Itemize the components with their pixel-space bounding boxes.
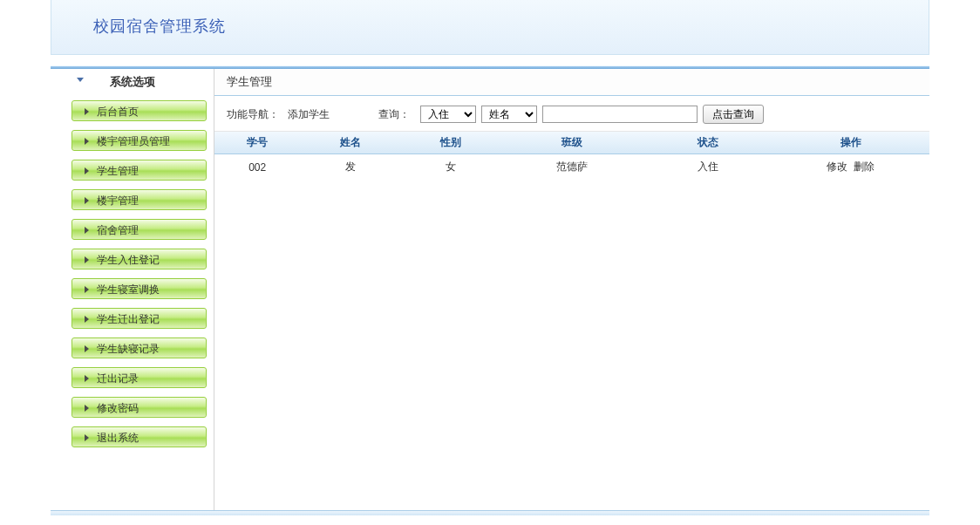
sidebar-menu: 后台首页 楼宇管理员管理 学生管理 楼宇管理 [51,95,214,447]
sidebar-item-checkout-log[interactable]: 迁出记录 [71,367,207,388]
table-header-row: 学号 姓名 性别 班级 状态 操作 [214,132,929,154]
toolbar: 功能导航： 添加学生 查询： 入住 姓名 点击查询 [214,96,929,132]
sidebar-item-label: 宿舍管理 [97,224,139,236]
cell-id: 002 [214,154,300,181]
sidebar-item-label: 迁出记录 [97,372,139,385]
sidebar-item-checkout[interactable]: 学生迁出登记 [71,308,207,329]
sidebar-title: 系统选项 [110,75,155,88]
body: 系统选项 后台首页 楼宇管理员管理 学生管理 [51,69,929,510]
chevron-right-icon [85,286,89,293]
chevron-down-icon [77,78,84,82]
sidebar-title-row[interactable]: 系统选项 [51,69,214,95]
col-ops: 操作 [772,132,929,154]
chevron-right-icon [85,227,89,234]
search-input[interactable] [542,106,698,123]
viewport: 校园宿舍管理系统 系统选项 后台首页 楼宇管理员管理 [0,0,980,525]
sidebar-item-label: 学生迁出登记 [97,313,160,325]
sidebar: 系统选项 后台首页 楼宇管理员管理 学生管理 [51,69,214,510]
col-name: 姓名 [300,132,400,154]
app-title: 校园宿舍管理系统 [93,17,226,35]
edit-link[interactable]: 修改 [827,160,847,173]
sidebar-item-building-admin[interactable]: 楼宇管理员管理 [71,130,207,151]
chevron-right-icon [85,434,89,441]
sidebar-item-checkin[interactable]: 学生入住登记 [71,249,207,269]
status-select[interactable]: 入住 [420,106,476,123]
chevron-right-icon [85,316,89,323]
sidebar-item-label: 学生缺寝记录 [97,343,160,355]
cell-class: 范德萨 [500,154,643,181]
header: 校园宿舍管理系统 [51,0,929,55]
sidebar-item-label: 学生入住登记 [97,254,160,266]
chevron-right-icon [85,256,89,263]
field-select[interactable]: 姓名 [481,106,537,123]
chevron-right-icon [85,108,89,115]
cell-name: 发 [300,154,400,181]
sidebar-item-label: 楼宇管理 [97,194,139,207]
sidebar-item-label: 楼宇管理员管理 [97,135,170,147]
content: 学生管理 功能导航： 添加学生 查询： 入住 姓名 点击查询 [214,69,929,510]
chevron-right-icon [85,405,89,412]
sidebar-item-label: 学生管理 [97,165,139,177]
col-id: 学号 [214,132,300,154]
sidebar-item-label: 后台首页 [97,106,139,118]
nav-label: 功能导航： [227,107,279,122]
cell-ops: 修改 删除 [772,154,929,181]
col-sex: 性别 [400,132,500,154]
add-student-link[interactable]: 添加学生 [288,107,330,122]
cell-status: 入住 [643,154,772,181]
sidebar-item-dorm-manage[interactable]: 宿舍管理 [71,219,207,240]
chevron-right-icon [85,167,89,174]
sidebar-item-label: 学生寝室调换 [97,283,160,296]
chevron-right-icon [85,375,89,382]
sidebar-item-student-manage[interactable]: 学生管理 [71,160,207,181]
chevron-right-icon [85,345,89,352]
sidebar-item-building-manage[interactable]: 楼宇管理 [71,189,207,210]
table-row: 002 发 女 范德萨 入住 修改 删除 [214,154,929,181]
page: 校园宿舍管理系统 系统选项 后台首页 楼宇管理员管理 [51,0,929,515]
cell-sex: 女 [400,154,500,181]
data-table: 学号 姓名 性别 班级 状态 操作 002 发 女 [214,132,929,180]
delete-link[interactable]: 删除 [854,160,875,173]
sidebar-item-label: 退出系统 [97,432,139,444]
sidebar-item-change-password[interactable]: 修改密码 [71,397,207,418]
content-title: 学生管理 [214,69,929,96]
col-status: 状态 [643,132,772,154]
gap [51,55,929,65]
sidebar-item-absence[interactable]: 学生缺寝记录 [71,338,207,358]
query-label: 查询： [378,107,410,122]
sidebar-item-logout[interactable]: 退出系统 [71,426,207,447]
footer-bar [51,510,929,515]
search-button[interactable]: 点击查询 [703,105,764,124]
sidebar-item-room-swap[interactable]: 学生寝室调换 [71,278,207,299]
chevron-right-icon [85,197,89,204]
chevron-right-icon [85,138,89,145]
sidebar-item-label: 修改密码 [97,402,139,414]
sidebar-item-home[interactable]: 后台首页 [71,100,207,121]
col-class: 班级 [500,132,643,154]
